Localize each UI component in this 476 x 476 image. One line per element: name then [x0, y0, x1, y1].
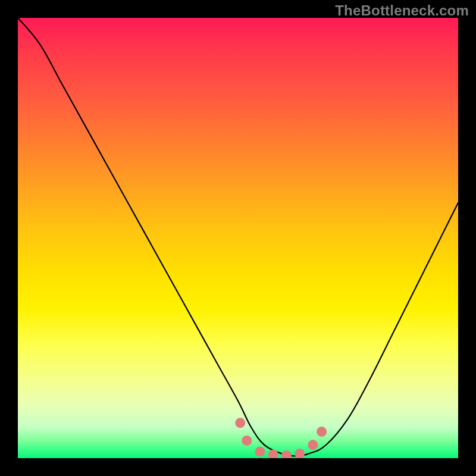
optimal-marker	[242, 436, 252, 446]
optimal-marker	[281, 450, 292, 458]
optimal-marker	[295, 449, 305, 458]
optimal-marker	[317, 427, 327, 437]
optimal-marker	[255, 446, 265, 456]
optimal-marker	[268, 450, 278, 458]
bottleneck-curve	[18, 18, 458, 456]
chart-svg	[18, 18, 458, 458]
optimal-marker	[235, 418, 245, 428]
chart-frame: TheBottleneck.com	[0, 0, 476, 476]
watermark-text: TheBottleneck.com	[335, 2, 469, 19]
optimal-marker	[308, 440, 318, 450]
chart-plot-area	[18, 18, 458, 458]
